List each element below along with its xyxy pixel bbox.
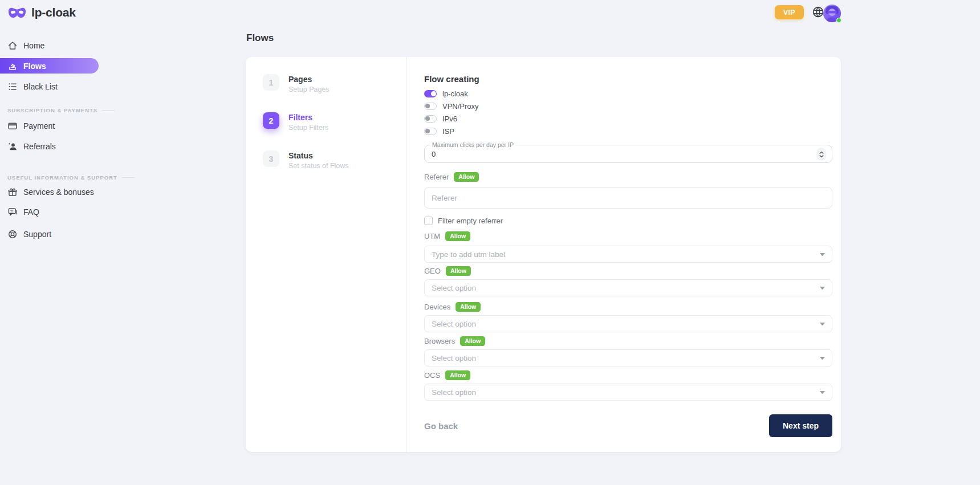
lp-cloak-toggle[interactable] <box>424 90 437 97</box>
referer-label: Referer <box>424 173 449 181</box>
flow-stepper: 1 Pages Setup Pages 2 Filters Setup Filt… <box>246 57 406 452</box>
toggle-knob <box>431 91 436 96</box>
sidebar-item-support[interactable]: Support <box>0 227 99 241</box>
sidebar-section-support: USEFUL INFORMATION & SUPPORT <box>7 174 135 181</box>
ocs-label: OCS <box>424 371 440 380</box>
sidebar-item-label: Home <box>23 41 44 50</box>
ocs-label-row: OCS Allow <box>424 371 832 380</box>
toggle-label: IPv6 <box>442 115 457 123</box>
number-stepper[interactable] <box>816 148 826 161</box>
step-title: Filters <box>288 112 328 122</box>
step-number: 3 <box>263 150 279 167</box>
gift-icon <box>7 187 18 197</box>
form-footer: Go back Next step <box>424 414 832 437</box>
browsers-allow-badge: Allow <box>460 336 485 346</box>
sidebar-item-label: Support <box>23 230 51 239</box>
utm-label: UTM <box>424 232 440 241</box>
referer-input[interactable] <box>425 194 832 202</box>
step-filters[interactable]: 2 Filters Setup Filters <box>263 112 406 132</box>
sidebar-item-flows[interactable]: Flows <box>0 58 99 74</box>
select-placeholder: Select option <box>432 284 476 292</box>
devices-label: Devices <box>424 303 450 311</box>
toggle-row-isp: ISP <box>424 127 832 135</box>
sidebar-item-label: Services & bonuses <box>23 188 94 197</box>
sidebar-item-label: Referrals <box>23 142 56 151</box>
utm-input[interactable] <box>432 250 820 259</box>
sidebar-item-label: FAQ <box>23 207 39 217</box>
step-subtitle: Setup Filters <box>288 124 328 132</box>
ipv6-toggle[interactable] <box>424 115 437 123</box>
toggle-knob <box>425 129 430 133</box>
filter-empty-referrer-row[interactable]: Filter empty referrer <box>424 216 832 225</box>
toggle-knob <box>425 104 430 108</box>
sidebar-item-faq[interactable]: ?! FAQ <box>0 205 99 219</box>
form-title: Flow creating <box>424 75 832 83</box>
ocs-select[interactable]: Select option <box>424 384 832 401</box>
referer-allow-badge: Allow <box>454 172 479 182</box>
max-clicks-field: Maximum clicks per day per IP <box>424 145 832 163</box>
step-title: Status <box>288 150 349 160</box>
toggle-label: lp-cloak <box>442 89 468 98</box>
toggle-label: ISP <box>442 127 454 136</box>
page-title: Flows <box>246 32 274 44</box>
step-subtitle: Set status of Flows <box>288 162 349 170</box>
flow-card: 1 Pages Setup Pages 2 Filters Setup Filt… <box>246 57 841 452</box>
step-subtitle: Setup Pages <box>288 85 330 93</box>
select-placeholder: Select option <box>432 388 476 397</box>
browsers-label-row: Browsers Allow <box>424 337 832 345</box>
step-title: Pages <box>288 74 330 84</box>
faq-bubble-icon: ?! <box>7 207 18 217</box>
geo-label-row: GEO Allow <box>424 267 832 275</box>
svg-text:?!: ?! <box>10 209 14 213</box>
toggle-row-lp-cloak: lp-cloak <box>424 89 832 97</box>
brand-logo[interactable]: lp-cloak <box>7 6 76 19</box>
sidebar-item-label: Flows <box>23 62 46 71</box>
sidebar: Home Flows Black List SUBSCRIPTION & PAY… <box>0 25 99 458</box>
utm-allow-badge: Allow <box>445 231 470 241</box>
step-number: 1 <box>263 74 279 91</box>
checkbox-label: Filter empty referrer <box>438 217 503 225</box>
sidebar-item-black-list[interactable]: Black List <box>0 80 99 93</box>
step-pages[interactable]: 1 Pages Setup Pages <box>263 74 406 93</box>
browsers-label: Browsers <box>424 337 455 345</box>
browsers-select[interactable]: Select option <box>424 349 832 366</box>
ocs-allow-badge: Allow <box>445 370 470 380</box>
devices-allow-badge: Allow <box>456 302 481 312</box>
flows-icon <box>7 61 18 71</box>
toggle-row-vpn-proxy: VPN/Proxy <box>424 102 832 110</box>
step-status[interactable]: 3 Status Set status of Flows <box>263 150 406 170</box>
isp-toggle[interactable] <box>424 128 437 135</box>
brand-name: lp-cloak <box>31 6 76 19</box>
sidebar-item-payment[interactable]: Payment <box>0 119 99 133</box>
devices-label-row: Devices Allow <box>424 303 832 311</box>
chevron-down-icon <box>820 287 825 290</box>
referrals-icon <box>7 141 18 152</box>
vip-button[interactable]: VIP <box>775 5 804 19</box>
next-step-button[interactable]: Next step <box>769 414 832 437</box>
toggle-row-ipv6: IPv6 <box>424 115 832 123</box>
chevron-down-icon <box>820 323 825 325</box>
toggle-label: VPN/Proxy <box>442 102 479 111</box>
filter-empty-referrer-checkbox[interactable] <box>424 217 433 225</box>
online-status-dot <box>836 18 841 23</box>
language-globe-icon[interactable] <box>812 6 824 18</box>
sidebar-item-referrals[interactable]: Referrals <box>0 140 99 153</box>
geo-allow-badge: Allow <box>446 266 471 276</box>
geo-select[interactable]: Select option <box>424 279 832 296</box>
sidebar-item-home[interactable]: Home <box>0 39 99 52</box>
utm-tag-input[interactable] <box>424 246 832 263</box>
vpn-proxy-toggle[interactable] <box>424 103 437 110</box>
sidebar-item-services[interactable]: Services & bonuses <box>0 185 99 199</box>
sidebar-section-title: SUBSCRIPTION & PAYMENTS <box>7 107 97 113</box>
sidebar-section-subscription: SUBSCRIPTION & PAYMENTS <box>7 107 115 113</box>
devices-select[interactable]: Select option <box>424 315 832 332</box>
flow-creating-form: Flow creating lp-cloak VPN/Proxy IPv6 IS… <box>406 57 841 452</box>
utm-label-row: UTM Allow <box>424 232 832 241</box>
select-placeholder: Select option <box>432 320 476 328</box>
go-back-button[interactable]: Go back <box>424 421 458 431</box>
mask-logo-icon <box>7 7 27 19</box>
sidebar-item-label: Black List <box>23 82 58 91</box>
select-placeholder: Select option <box>432 354 476 362</box>
toggle-knob <box>425 116 430 121</box>
sidebar-section-title: USEFUL INFORMATION & SUPPORT <box>7 174 117 181</box>
